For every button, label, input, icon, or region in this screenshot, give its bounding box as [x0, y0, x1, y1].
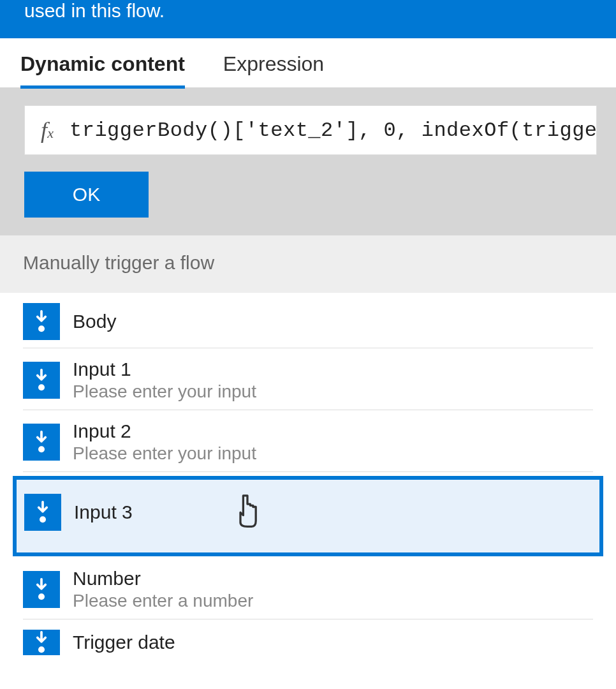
list-item-title: Body — [73, 311, 116, 332]
list-item-number[interactable]: Number Please enter a number — [23, 558, 593, 619]
tabs: Dynamic content Expression — [0, 38, 616, 87]
svg-point-3 — [40, 516, 46, 522]
trigger-icon — [23, 303, 60, 340]
header-text: used in this flow. — [24, 0, 165, 22]
ok-button[interactable]: OK — [24, 172, 149, 218]
dynamic-content-list: Body Input 1 Please enter your input Inp… — [0, 293, 616, 663]
section-header-manual-trigger: Manually trigger a flow — [0, 235, 616, 293]
trigger-icon — [23, 424, 60, 461]
fx-icon: fx — [25, 117, 70, 144]
list-item-title: Input 3 — [74, 501, 133, 523]
svg-point-5 — [38, 646, 45, 653]
trigger-icon — [23, 630, 60, 655]
expression-text[interactable]: triggerBody()['text_2'], 0, indexOf(trig… — [70, 119, 596, 142]
tab-dynamic-content[interactable]: Dynamic content — [20, 52, 185, 87]
header-banner: used in this flow. — [0, 0, 616, 38]
list-item-desc: Please enter your input — [73, 443, 256, 464]
list-item-title: Input 2 — [73, 420, 256, 442]
list-item-desc: Please enter your input — [73, 382, 256, 402]
list-item-input2[interactable]: Input 2 Please enter your input — [23, 410, 593, 472]
list-item-body[interactable]: Body — [23, 293, 593, 348]
list-item-trigger-date[interactable]: Trigger date — [23, 619, 593, 663]
trigger-icon — [24, 494, 61, 531]
expression-input[interactable]: fx triggerBody()['text_2'], 0, indexOf(t… — [24, 105, 597, 155]
list-item-title: Input 1 — [73, 359, 256, 380]
svg-point-4 — [38, 593, 45, 600]
svg-point-0 — [38, 325, 45, 332]
list-item-input1[interactable]: Input 1 Please enter your input — [23, 348, 593, 410]
expression-area: fx triggerBody()['text_2'], 0, indexOf(t… — [0, 87, 616, 235]
svg-point-1 — [38, 384, 45, 390]
trigger-icon — [23, 362, 60, 399]
list-item-title: Number — [73, 568, 253, 589]
pointer-cursor-icon — [233, 491, 261, 532]
list-item-desc: Please enter a number — [73, 591, 253, 611]
svg-point-2 — [38, 446, 45, 452]
list-item-input3[interactable]: Input 3 — [13, 476, 603, 556]
list-item-title: Trigger date — [73, 632, 175, 653]
trigger-icon — [23, 571, 60, 608]
tab-expression[interactable]: Expression — [223, 52, 324, 87]
